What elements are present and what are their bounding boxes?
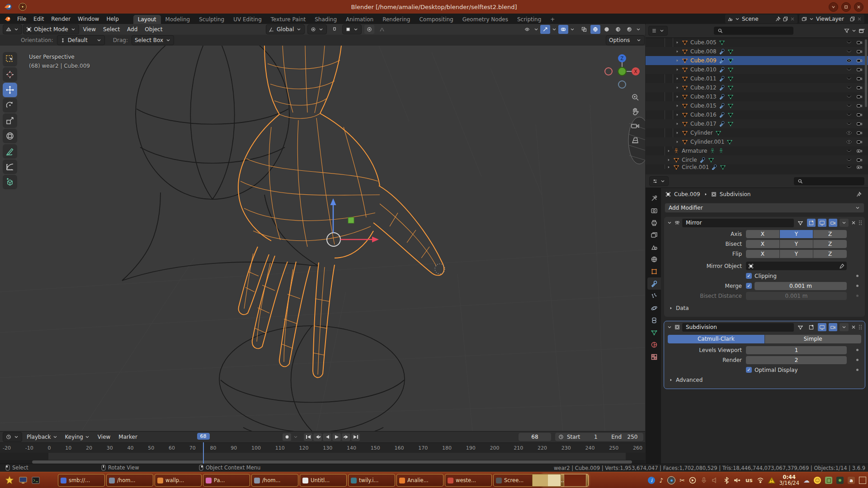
proportional-falloff-selector[interactable] [377, 25, 387, 34]
outliner-row[interactable]: Cube.017 [646, 119, 868, 128]
delete-scene-icon[interactable] [790, 16, 795, 22]
taskbar-task-button[interactable]: twily.i... [348, 474, 395, 487]
usb-tray-icon[interactable] [734, 477, 741, 484]
render-visibility-icon[interactable] [856, 103, 863, 109]
modifier-extras-dropdown[interactable] [840, 323, 849, 331]
add-modifier-button[interactable]: Add Modifier [665, 203, 864, 213]
properties-tab[interactable] [647, 326, 661, 338]
properties-tab[interactable] [647, 229, 661, 241]
app-tray-icon[interactable] [836, 477, 844, 484]
object-data-icon[interactable] [727, 66, 734, 73]
auto-keying-record-button[interactable] [283, 433, 291, 441]
workspace-1[interactable] [532, 474, 561, 487]
pan-hand-icon[interactable] [631, 107, 640, 116]
hide-eye-icon[interactable] [846, 103, 852, 109]
render-visibility-icon[interactable] [856, 139, 863, 145]
shading-wireframe-button[interactable] [590, 25, 600, 34]
render-visibility-icon[interactable] [856, 164, 863, 170]
toolbar-tool-button[interactable] [3, 113, 17, 128]
taskbar-task-button[interactable]: wallp... [155, 474, 202, 487]
expand-arrow-icon[interactable] [675, 131, 679, 135]
object-type-icon[interactable] [682, 39, 688, 46]
taskbar-task-button[interactable]: /hom... [251, 474, 298, 487]
axis-button[interactable]: Z [813, 230, 847, 238]
properties-tab[interactable] [647, 204, 661, 216]
optimal-display-row[interactable]: ✓ Optimal Display [746, 367, 798, 373]
levels-viewport-field[interactable]: 1 [746, 346, 847, 354]
outliner-row[interactable]: Armature [646, 146, 868, 155]
object-data-icon[interactable] [727, 84, 734, 91]
workspace-tab[interactable]: UV Editing [229, 15, 266, 24]
play-reverse-button[interactable] [323, 433, 331, 441]
object-type-icon[interactable] [682, 112, 688, 118]
expand-arrow-icon[interactable] [675, 85, 679, 90]
expand-arrow-icon[interactable] [666, 149, 671, 153]
shading-rendered-button[interactable] [624, 25, 634, 34]
properties-tab[interactable] [647, 265, 661, 277]
object-name[interactable]: Circle.001 [682, 164, 709, 170]
render-levels-field[interactable]: 2 [746, 356, 847, 364]
modifier-wrench-icon[interactable] [719, 94, 725, 100]
hide-eye-icon[interactable] [846, 139, 852, 145]
on-cage-toggle[interactable] [796, 219, 805, 227]
current-frame-field[interactable]: 68 [519, 433, 551, 441]
object-type-icon[interactable] [682, 75, 688, 82]
timeline-menu-dropdown[interactable]: Keying [62, 433, 93, 441]
amazon-tray-icon[interactable]: a [848, 477, 855, 484]
render-visibility-icon[interactable] [856, 75, 863, 82]
collapse-chevron-icon[interactable] [667, 220, 672, 225]
xray-toggle[interactable] [579, 25, 589, 34]
data-section-toggle[interactable]: Data [664, 303, 865, 313]
workspace-tab[interactable]: Texture Paint [266, 15, 310, 24]
object-data-icon[interactable] [708, 157, 714, 163]
axis-button[interactable]: X [746, 230, 779, 238]
jump-to-start-button[interactable] [304, 433, 312, 441]
animate-dot[interactable] [856, 285, 859, 287]
object-name[interactable]: Cube.017 [690, 121, 717, 127]
properties-tab[interactable] [647, 192, 661, 204]
new-collection-icon[interactable] [859, 28, 865, 34]
modifier-wrench-icon[interactable] [719, 66, 725, 73]
object-name[interactable]: Cube.012 [690, 84, 717, 91]
simple-button[interactable]: Simple [765, 335, 862, 343]
timeline-menu-item[interactable]: View [94, 433, 113, 441]
axis-button[interactable]: Y [780, 250, 813, 258]
edit-mode-toggle[interactable] [807, 219, 816, 227]
show-windows-icon[interactable] [19, 477, 27, 484]
render-visibility-icon[interactable] [856, 130, 863, 136]
workspace-tab[interactable]: Sculpting [194, 15, 229, 24]
clipboard-cut-tray-icon[interactable]: ✂ [679, 477, 685, 484]
properties-tab[interactable] [647, 290, 661, 302]
hide-eye-icon[interactable] [846, 94, 852, 100]
object-data-icon[interactable] [727, 75, 734, 82]
orientation-dropdown[interactable]: Default [57, 35, 105, 45]
workspace-tab[interactable]: + [546, 15, 559, 24]
modifier-wrench-icon[interactable] [719, 84, 725, 91]
camera-view-icon[interactable] [631, 122, 640, 131]
render-visibility-icon[interactable] [856, 57, 863, 64]
hide-eye-icon[interactable] [846, 39, 852, 46]
hide-eye-icon[interactable] [846, 75, 852, 82]
outliner-row[interactable]: Cube.010 [646, 65, 868, 74]
clipping-checkbox-row[interactable]: ✓ Clipping [746, 273, 777, 279]
play-tray-icon[interactable] [689, 477, 696, 484]
media-tray-icon[interactable] [667, 476, 675, 484]
taskbar-task-button[interactable]: Pa... [203, 474, 250, 487]
viewlayer-selector[interactable]: ViewLayer [799, 14, 864, 23]
hide-eye-icon[interactable] [846, 112, 852, 118]
modifier-extras-dropdown[interactable] [840, 219, 849, 227]
playhead[interactable]: 68 [203, 442, 204, 464]
next-keyframe-button[interactable] [342, 433, 350, 441]
previous-keyframe-button[interactable] [313, 433, 322, 441]
render-visibility-icon[interactable] [856, 157, 863, 163]
object-type-icon[interactable] [682, 139, 688, 145]
properties-tab[interactable] [647, 241, 661, 253]
expand-arrow-icon[interactable] [666, 158, 671, 162]
properties-tab[interactable] [647, 314, 661, 326]
expand-arrow-icon[interactable] [675, 49, 679, 54]
shading-solid-button[interactable] [602, 25, 612, 34]
properties-tab[interactable] [647, 253, 661, 265]
wifi-tray-icon[interactable] [757, 477, 764, 484]
timeline-strip[interactable] [0, 453, 645, 460]
breadcrumb-object[interactable]: Cube.009 [674, 191, 700, 197]
